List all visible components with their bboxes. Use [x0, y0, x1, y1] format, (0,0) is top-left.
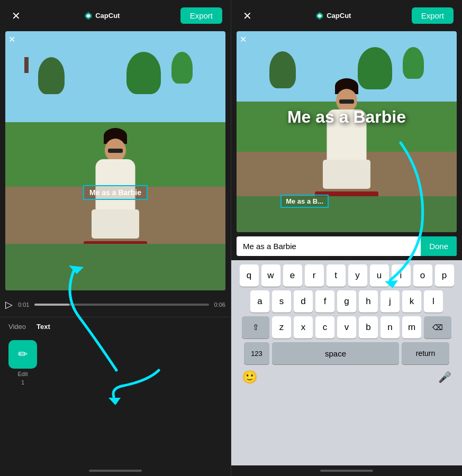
right-header: ✕ CapCut Export: [231, 0, 462, 31]
big-text-overlay: Me as a Barbie: [287, 107, 406, 127]
key-v[interactable]: v: [337, 316, 356, 338]
key-u[interactable]: u: [370, 264, 389, 287]
key-x[interactable]: x: [294, 316, 313, 338]
key-return[interactable]: return: [402, 342, 449, 364]
r-sunglasses: [339, 99, 354, 104]
keyboard-bottom-row: 123 space return: [233, 342, 460, 364]
capcut-icon-left: [84, 11, 93, 21]
key-backspace[interactable]: ⌫: [424, 316, 451, 338]
key-o[interactable]: o: [413, 264, 432, 287]
emoji-button[interactable]: 🙂: [242, 370, 258, 385]
timeline-bar[interactable]: [34, 304, 209, 306]
key-l[interactable]: l: [424, 290, 443, 313]
playback-controls: ▷ 0:01 0:06: [5, 296, 225, 314]
key-b[interactable]: b: [359, 316, 378, 338]
right-text-overlay-small[interactable]: Me as a B...: [280, 195, 329, 208]
key-c[interactable]: c: [315, 316, 334, 338]
tab-text[interactable]: Text: [37, 322, 50, 332]
keyboard-row-2: a s d f g h j k l: [233, 290, 460, 313]
edit-tile-item: ✏ Edit 1: [8, 340, 37, 386]
key-a[interactable]: a: [250, 290, 269, 313]
edit-tile-label: Edit: [18, 371, 28, 377]
left-panel: ✕ CapCut Export ✕: [0, 0, 231, 476]
key-q[interactable]: q: [240, 264, 259, 287]
edit-tiles-area: ✏ Edit 1: [0, 336, 231, 394]
r-person-figure: [315, 78, 378, 202]
home-indicator-left: [0, 465, 231, 476]
bottom-tabs: Video Text: [0, 317, 231, 336]
timeline-progress: [34, 304, 69, 306]
right-video-preview: ✕ Me as a Barbie Me as a B...: [237, 31, 457, 232]
key-s[interactable]: s: [272, 290, 291, 313]
key-z[interactable]: z: [272, 316, 291, 338]
key-d[interactable]: d: [294, 290, 313, 313]
right-export-button[interactable]: Export: [412, 7, 454, 24]
keyboard-row-3: ⇧ z x c v b n m ⌫: [233, 316, 460, 338]
key-123[interactable]: 123: [244, 342, 269, 364]
done-button[interactable]: Done: [421, 236, 457, 256]
key-r[interactable]: r: [305, 264, 324, 287]
edit-tile-icon: ✏: [18, 347, 28, 361]
preview-close-right[interactable]: ✕: [240, 34, 247, 44]
capcut-logo-left: CapCut: [84, 11, 120, 21]
key-h[interactable]: h: [359, 290, 378, 313]
left-video-preview: ✕: [5, 31, 225, 290]
sunglasses: [108, 149, 123, 153]
text-input-row: Done: [237, 236, 457, 256]
tree-1: [38, 57, 65, 94]
key-w[interactable]: w: [261, 264, 280, 287]
left-export-button[interactable]: Export: [180, 7, 222, 24]
home-bar-left: [89, 470, 142, 472]
text-input-field[interactable]: [237, 236, 421, 256]
key-space[interactable]: space: [272, 342, 399, 364]
photo-background-left: [5, 31, 225, 290]
key-g[interactable]: g: [337, 290, 356, 313]
key-t[interactable]: t: [327, 264, 346, 287]
capcut-icon-right: [315, 11, 324, 21]
key-m[interactable]: m: [402, 316, 421, 338]
key-e[interactable]: e: [283, 264, 302, 287]
key-f[interactable]: f: [315, 290, 334, 313]
key-p[interactable]: p: [435, 264, 454, 287]
capcut-text-right: CapCut: [327, 12, 351, 20]
tab-video[interactable]: Video: [8, 322, 26, 332]
person-legs: [92, 209, 139, 239]
svg-marker-1: [108, 398, 121, 405]
keyboard-extras: 🙂 🎤: [233, 367, 460, 388]
person-head: [105, 139, 126, 162]
capcut-text-left: CapCut: [95, 12, 120, 20]
key-shift[interactable]: ⇧: [242, 316, 269, 338]
left-header: ✕ CapCut Export: [0, 0, 231, 31]
key-n[interactable]: n: [381, 316, 400, 338]
tree-2: [126, 52, 161, 94]
left-text-overlay[interactable]: Me as a Barbie: [83, 185, 148, 200]
capcut-logo-right: CapCut: [315, 11, 351, 21]
r-grass: [237, 196, 457, 232]
key-k[interactable]: k: [402, 290, 421, 313]
preview-close-left[interactable]: ✕: [8, 34, 15, 44]
left-close-button[interactable]: ✕: [8, 8, 23, 23]
key-y[interactable]: y: [348, 264, 367, 287]
time-end: 0:06: [214, 301, 225, 308]
tree-trunk-1: [24, 57, 29, 73]
right-close-button[interactable]: ✕: [240, 8, 255, 23]
photo-background-right: [237, 31, 457, 232]
key-j[interactable]: j: [381, 290, 400, 313]
home-bar-right: [320, 470, 373, 472]
timeline-area: ▷ 0:01 0:06: [0, 290, 231, 317]
play-button[interactable]: ▷: [5, 299, 13, 310]
r-tree-3: [403, 47, 424, 79]
key-i[interactable]: i: [392, 264, 411, 287]
mic-button[interactable]: 🎤: [438, 371, 451, 383]
edit-tile-button[interactable]: ✏: [8, 340, 37, 369]
r-person-legs: [323, 160, 370, 189]
r-tree-1: [269, 51, 296, 88]
right-panel: ✕ CapCut Export ✕: [231, 0, 462, 476]
edit-tile-number: 1: [21, 379, 24, 386]
grass: [5, 244, 225, 290]
home-indicator-right: [231, 465, 462, 476]
tree-3: [171, 52, 193, 84]
time-start: 0:01: [18, 301, 29, 308]
keyboard: q w e r t y u i o p a s d f g h j k l ⇧ …: [231, 260, 462, 465]
keyboard-row-1: q w e r t y u i o p: [233, 264, 460, 287]
